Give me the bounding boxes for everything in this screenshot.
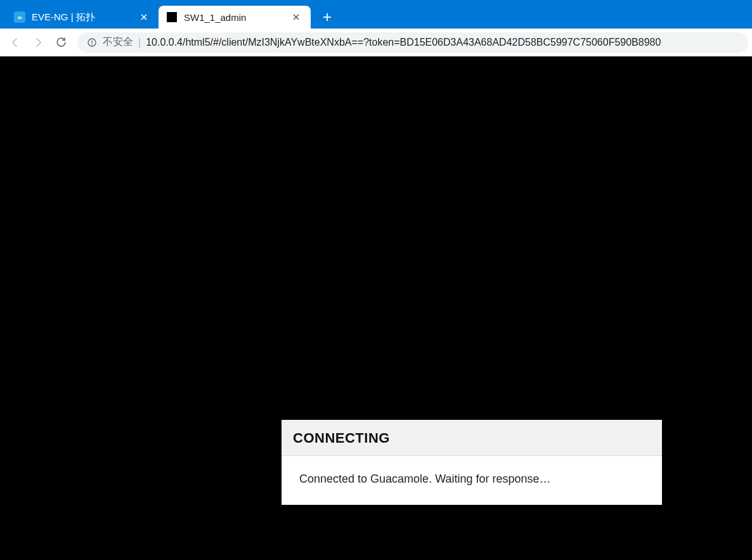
connecting-dialog: CONNECTING Connected to Guacamole. Waiti…	[282, 420, 662, 505]
omnibox[interactable]: 不安全 | 10.0.0.4/html5/#/client/MzI3NjkAYw…	[77, 32, 748, 53]
tab-title: SW1_1_admin	[184, 12, 284, 23]
back-button[interactable]	[4, 31, 27, 54]
tab-sw1-admin[interactable]: SW1_1_admin	[159, 6, 311, 29]
forward-button[interactable]	[27, 31, 49, 54]
guacamole-viewport[interactable]: CONNECTING Connected to Guacamole. Waiti…	[0, 56, 752, 560]
tab-close-button[interactable]	[290, 11, 302, 23]
tab-strip: ∞ EVE-NG | 拓扑 SW1_1_admin	[0, 0, 752, 29]
tab-eve-ng[interactable]: ∞ EVE-NG | 拓扑	[6, 6, 159, 29]
eve-ng-favicon: ∞	[14, 11, 25, 23]
dialog-message: Connected to Guacamole. Waiting for resp…	[282, 456, 662, 505]
dialog-header: CONNECTING	[282, 420, 662, 456]
terminal-favicon	[166, 11, 178, 23]
tab-title: EVE-NG | 拓扑	[32, 11, 132, 23]
address-bar: 不安全 | 10.0.0.4/html5/#/client/MzI3NjkAYw…	[0, 29, 752, 56]
separator: |	[138, 37, 141, 48]
not-secure-icon	[86, 37, 98, 48]
dialog-title: CONNECTING	[293, 430, 651, 446]
reload-button[interactable]	[49, 31, 72, 54]
new-tab-button[interactable]	[317, 7, 337, 27]
security-label: 不安全	[103, 36, 133, 49]
svg-point-8	[92, 44, 93, 45]
tab-close-button[interactable]	[138, 11, 150, 23]
url-text: 10.0.0.4/html5/#/client/MzI3NjkAYwBteXNx…	[146, 37, 661, 48]
